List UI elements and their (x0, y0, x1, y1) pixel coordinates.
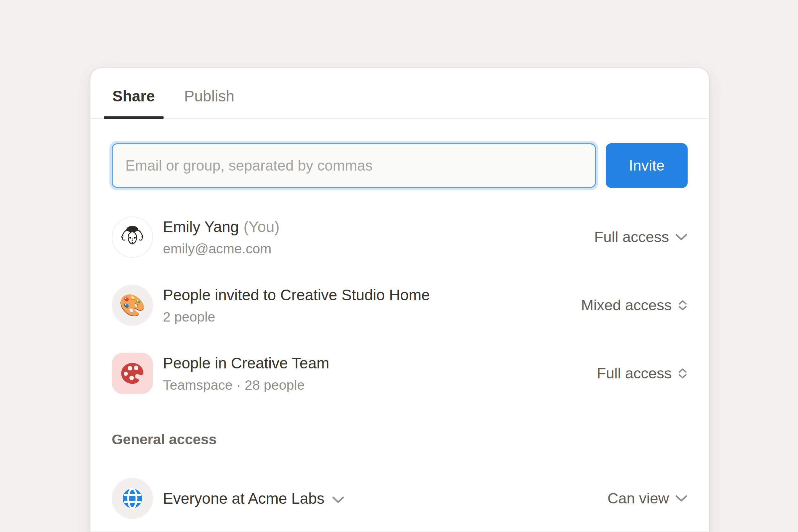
members-list: Emily Yang (You) emily@acme.com Full acc… (91, 203, 709, 407)
member-row-creative-team: People in Creative Team Teamspace · 28 p… (91, 339, 709, 407)
group-count: 2 people (163, 308, 430, 325)
invite-button[interactable]: Invite (606, 143, 688, 188)
access-dropdown-emily[interactable]: Full access (594, 228, 688, 246)
access-dropdown-invited-group[interactable]: Mixed access (581, 297, 688, 314)
invite-email-input[interactable] (112, 143, 596, 188)
member-row-emily-yang: Emily Yang (You) emily@acme.com Full acc… (91, 203, 709, 271)
chevron-updown-icon (678, 368, 688, 379)
member-text: Emily Yang (You) emily@acme.com (163, 217, 280, 257)
teamspace-avatar (112, 353, 153, 394)
tab-share[interactable]: Share (104, 87, 164, 118)
group-avatar: 🎨 (112, 285, 153, 326)
tab-publish[interactable]: Publish (175, 87, 243, 118)
teamspace-name: People in Creative Team (163, 354, 329, 373)
member-text: People invited to Creative Studio Home 2… (163, 285, 430, 325)
person-avatar (112, 216, 153, 258)
member-name: Emily Yang (You) (163, 217, 280, 236)
palette-emoji-icon: 🎨 (119, 294, 146, 316)
workspace-scope-dropdown[interactable]: Everyone at Acme Labs (163, 489, 344, 508)
access-dropdown-general[interactable]: Can view (607, 490, 688, 507)
teamspace-count: Teamspace · 28 people (163, 377, 329, 393)
member-row-invited-group: 🎨 People invited to Creative Studio Home… (91, 271, 709, 339)
red-palette-icon (115, 356, 150, 391)
member-text: People in Creative Team Teamspace · 28 p… (163, 354, 329, 393)
chevron-down-icon (675, 233, 688, 241)
chevron-updown-icon (678, 300, 688, 311)
general-access-row: Everyone at Acme Labs Can view (91, 464, 709, 532)
globe-icon (115, 481, 150, 516)
chevron-down-icon (675, 494, 688, 502)
workspace-avatar (112, 478, 153, 519)
general-access-heading: General access (91, 431, 709, 448)
invite-row: Invite (91, 143, 709, 188)
chevron-down-icon (332, 496, 344, 504)
dialog-tab-bar: Share Publish (91, 68, 709, 119)
group-name: People invited to Creative Studio Home (163, 285, 430, 305)
person-doodle-icon (115, 220, 150, 254)
access-dropdown-creative-team[interactable]: Full access (597, 365, 688, 382)
you-label: (You) (243, 217, 279, 236)
member-email: emily@acme.com (163, 241, 280, 257)
workspace-text: Everyone at Acme Labs (163, 489, 344, 508)
share-dialog: Share Publish Invite (90, 68, 709, 532)
